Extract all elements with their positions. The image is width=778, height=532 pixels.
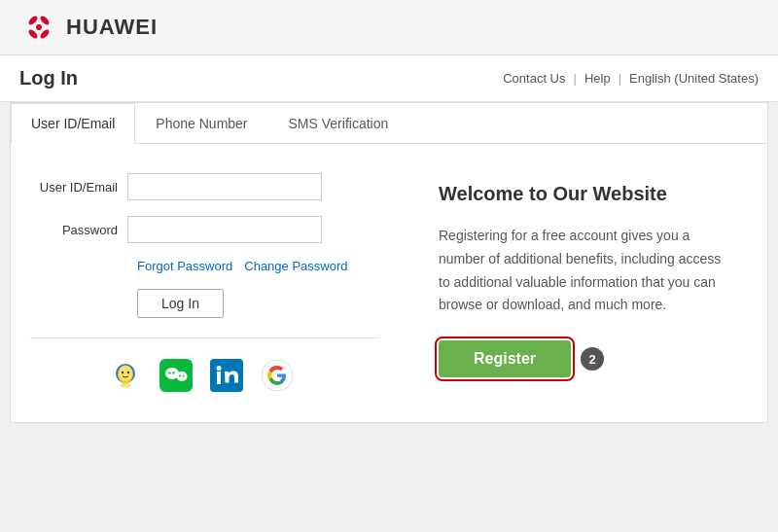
svg-point-4 xyxy=(36,24,42,30)
tab-userid[interactable]: User ID/Email xyxy=(11,103,135,144)
svg-point-0 xyxy=(27,15,39,26)
wechat-social-icon[interactable] xyxy=(159,358,194,393)
tab-sms[interactable]: SMS Verification xyxy=(268,103,409,144)
svg-point-16 xyxy=(168,372,170,373)
login-form: User ID/Email Password Forgot Password C… xyxy=(30,173,380,393)
password-input[interactable] xyxy=(127,216,322,243)
form-section: User ID/Email Password Forgot Password C… xyxy=(11,144,767,422)
svg-point-15 xyxy=(177,372,188,381)
svg-point-19 xyxy=(183,375,185,377)
content-wrapper: User ID/Email Phone Number SMS Verificat… xyxy=(10,102,768,423)
page-title-bar: Log In Contact Us | Help | English (Unit… xyxy=(0,55,778,102)
tabs: User ID/Email Phone Number SMS Verificat… xyxy=(11,103,767,144)
svg-point-8 xyxy=(119,366,132,381)
right-panel: Welcome to Our Website Registering for a… xyxy=(419,173,748,393)
qq-social-icon[interactable] xyxy=(108,358,143,393)
register-row: Register 2 xyxy=(439,340,728,377)
help-link[interactable]: Help xyxy=(584,71,611,86)
language-link[interactable]: English (United States) xyxy=(629,71,759,86)
userid-label: User ID/Email xyxy=(30,180,127,195)
welcome-title: Welcome to Our Website xyxy=(439,183,728,205)
login-button[interactable]: Log In xyxy=(137,289,224,318)
userid-input[interactable] xyxy=(127,173,322,200)
svg-rect-21 xyxy=(217,372,221,384)
divider xyxy=(30,337,380,338)
huawei-flower-icon xyxy=(19,10,58,45)
sep2: | xyxy=(619,71,621,86)
userid-row: User ID/Email xyxy=(30,173,380,200)
register-button[interactable]: Register xyxy=(439,340,571,377)
svg-point-3 xyxy=(39,28,51,40)
tab-phone[interactable]: Phone Number xyxy=(135,103,267,144)
svg-point-1 xyxy=(39,15,51,26)
login-btn-row: Log In xyxy=(137,289,380,318)
register-badge: 2 xyxy=(581,347,604,371)
svg-point-18 xyxy=(179,375,181,377)
svg-point-17 xyxy=(172,372,174,373)
header: HUAWEI xyxy=(0,0,778,55)
logo-text: HUAWEI xyxy=(66,15,158,40)
social-icons xyxy=(108,358,380,393)
sep1: | xyxy=(574,71,577,86)
contact-us-link[interactable]: Contact Us xyxy=(503,71,565,86)
svg-point-2 xyxy=(27,28,39,40)
svg-rect-12 xyxy=(121,383,130,387)
page-title: Log In xyxy=(19,67,78,89)
links-row: Forgot Password Change Password xyxy=(137,259,380,273)
welcome-text: Registering for a free account gives you… xyxy=(439,225,728,317)
svg-point-22 xyxy=(217,366,222,371)
google-social-icon[interactable] xyxy=(260,358,295,393)
password-label: Password xyxy=(30,223,127,237)
change-password-link[interactable]: Change Password xyxy=(244,259,347,273)
top-links: Contact Us | Help | English (United Stat… xyxy=(503,71,759,86)
logo-area: HUAWEI xyxy=(19,10,158,45)
svg-point-10 xyxy=(127,372,129,373)
password-row: Password xyxy=(30,216,380,243)
svg-point-9 xyxy=(122,372,124,373)
linkedin-social-icon[interactable] xyxy=(209,358,244,393)
forgot-password-link[interactable]: Forgot Password xyxy=(137,259,232,273)
